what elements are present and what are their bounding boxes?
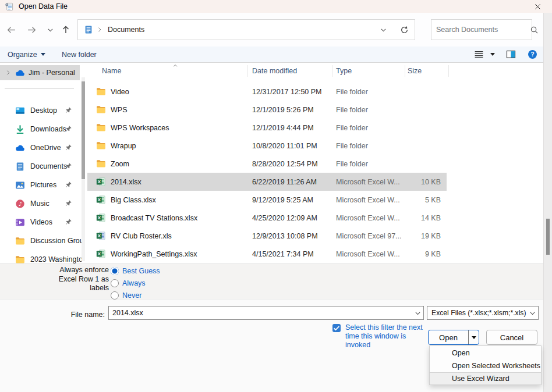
file-type: Microsoft Excel W... — [336, 250, 413, 258]
file-name-input[interactable] — [109, 309, 412, 317]
remember-filter-checkbox-row[interactable]: Select this filter the next time this wi… — [332, 323, 423, 350]
refresh-icon[interactable] — [400, 26, 409, 34]
file-row[interactable]: Broadcast TV Stations.xlsx 4/25/2020 12:… — [87, 209, 447, 227]
view-mode-caret[interactable] — [490, 47, 495, 62]
sidebar-item[interactable]: Videos — [0, 213, 82, 231]
address-bar[interactable]: Documents — [77, 19, 415, 40]
organize-button[interactable]: Organize — [8, 47, 45, 62]
column-header-name[interactable]: Name — [102, 67, 121, 75]
file-size: 19 KB — [413, 232, 444, 240]
file-size: 9 KB — [413, 250, 444, 258]
sidebar-scrollbar-thumb[interactable] — [82, 81, 85, 179]
file-row[interactable]: Big Class.xlsx 9/12/2019 5:25 AM Microso… — [87, 191, 447, 209]
row1-labels-option-label: Always enforce Excel Row 1 as labels — [23, 266, 109, 293]
radio-option[interactable]: Best Guess — [111, 265, 160, 277]
onedrive-cloud-icon — [15, 68, 25, 78]
close-icon[interactable] — [532, 2, 543, 11]
column-header-size[interactable]: Size — [408, 67, 422, 75]
window-scrollbar-track[interactable] — [543, 13, 552, 392]
file-row[interactable]: Zoom 8/28/2020 12:54 PM File folder — [87, 155, 447, 173]
menu-item[interactable]: Open — [430, 347, 541, 359]
file-type-icon — [96, 141, 106, 151]
option-label-line: Excel Row 1 as — [23, 275, 109, 284]
file-type-icon — [96, 105, 106, 115]
radio-button-icon — [111, 291, 119, 300]
view-caret-icon — [490, 53, 495, 56]
open-dropdown-menu: Open Open Selected Worksheets Use Excel … — [429, 345, 542, 385]
column-header-date[interactable]: Date modified — [252, 67, 297, 75]
sidebar-item-onedrive-root[interactable]: Jim - Personal — [0, 65, 80, 80]
file-type: Microsoft Excel W... — [336, 196, 413, 204]
menu-item[interactable]: Use Excel Wizard — [430, 372, 541, 385]
open-button-label: Open — [429, 333, 468, 342]
sidebar-item[interactable]: Desktop — [0, 101, 82, 120]
recent-locations-chevron-icon[interactable] — [45, 24, 55, 35]
column-separator[interactable] — [448, 65, 449, 77]
checkbox-label-line: invoked — [345, 341, 423, 350]
column-separator[interactable] — [405, 65, 405, 77]
file-type-icon — [96, 231, 106, 241]
cancel-button[interactable]: Cancel — [486, 330, 537, 345]
sidebar-item[interactable]: Documents — [0, 157, 82, 176]
breadcrumb-chevron-icon[interactable] — [96, 26, 103, 33]
sidebar-item-label: 2023 Washingto — [30, 255, 82, 263]
new-folder-button[interactable]: New folder — [62, 47, 97, 62]
sidebar-item-label: Videos — [30, 218, 52, 226]
menu-item[interactable]: Open Selected Worksheets — [430, 359, 541, 372]
sidebar-item[interactable]: OneDrive — [0, 138, 82, 157]
file-type: File folder — [336, 88, 413, 96]
back-icon[interactable] — [6, 24, 16, 35]
breadcrumb[interactable]: Documents — [108, 26, 144, 34]
file-row[interactable]: WorkingPath_Settings.xlsx 4/15/2021 7:34… — [87, 245, 447, 263]
file-type: Microsoft Excel 97... — [336, 232, 413, 240]
file-date-modified: 12/1/2019 4:44 PM — [252, 124, 336, 132]
forward-icon[interactable] — [26, 24, 37, 35]
file-row[interactable]: Video 12/31/2017 12:50 PM File folder — [87, 83, 447, 101]
sidebar-item[interactable]: Discussion Grou — [0, 231, 82, 250]
open-dropdown-arrow[interactable] — [469, 336, 479, 339]
view-mode-button[interactable] — [474, 47, 484, 62]
radio-button-icon — [111, 279, 119, 287]
search-icon[interactable] — [530, 26, 539, 34]
navigation-bar: Documents — [0, 13, 543, 47]
triangle-down-icon — [472, 336, 476, 339]
file-row[interactable]: WPS 12/1/2019 5:26 PM File folder — [87, 101, 447, 119]
search-input[interactable] — [436, 26, 530, 34]
sidebar-item[interactable]: Music — [0, 194, 82, 213]
file-type: Microsoft Excel W... — [336, 214, 413, 222]
column-separator[interactable] — [332, 65, 332, 77]
radio-option[interactable]: Never — [111, 289, 160, 301]
sidebar-item[interactable]: Pictures — [0, 176, 82, 194]
up-icon[interactable] — [61, 24, 71, 35]
radio-option[interactable]: Always — [111, 277, 160, 289]
file-row[interactable]: Wrapup 10/8/2020 11:01 PM File folder — [87, 137, 447, 155]
file-date-modified: 8/28/2020 12:54 PM — [252, 160, 336, 168]
column-separator[interactable] — [247, 65, 248, 77]
sidebar-item-label: Pictures — [30, 181, 56, 189]
file-type-filter-select[interactable]: Excel Files (*.xlsx;*.xlsm;*.xls) — [427, 306, 539, 320]
sidebar-item[interactable]: 2023 Washingto — [0, 250, 82, 263]
preview-pane-button[interactable] — [506, 47, 516, 62]
file-name: Zoom — [111, 160, 252, 168]
file-name: 2014.xlsx — [111, 178, 252, 186]
file-name-dropdown-chevron-icon[interactable] — [412, 309, 423, 317]
open-split-button[interactable]: Open — [428, 330, 479, 345]
pin-icon — [65, 144, 72, 151]
file-row[interactable]: WPS Workspaces 12/1/2019 4:44 PM File fo… — [87, 119, 447, 137]
window-scrollbar-thumb[interactable] — [546, 219, 550, 255]
file-size: 5 KB — [413, 196, 444, 204]
file-name-label: File name: — [47, 311, 105, 319]
menu-item-label: Open — [452, 349, 470, 357]
column-header-type[interactable]: Type — [336, 67, 352, 75]
file-row[interactable]: 2014.xlsx 6/22/2019 11:26 AM Microsoft E… — [87, 173, 447, 191]
pin-icon — [65, 125, 72, 133]
sidebar-item[interactable]: Downloads — [0, 120, 82, 138]
file-date-modified: 6/22/2019 11:26 AM — [252, 178, 336, 186]
file-type: Microsoft Excel W... — [336, 178, 413, 186]
pin-icon — [65, 106, 72, 114]
sidebar-item-icon — [15, 199, 25, 209]
help-button[interactable] — [528, 47, 537, 62]
sidebar-item-icon — [15, 236, 25, 246]
address-dropdown-chevron-icon[interactable] — [380, 26, 387, 34]
file-row[interactable]: RV Club Roster.xls 12/9/2013 10:08 PM Mi… — [87, 227, 447, 245]
